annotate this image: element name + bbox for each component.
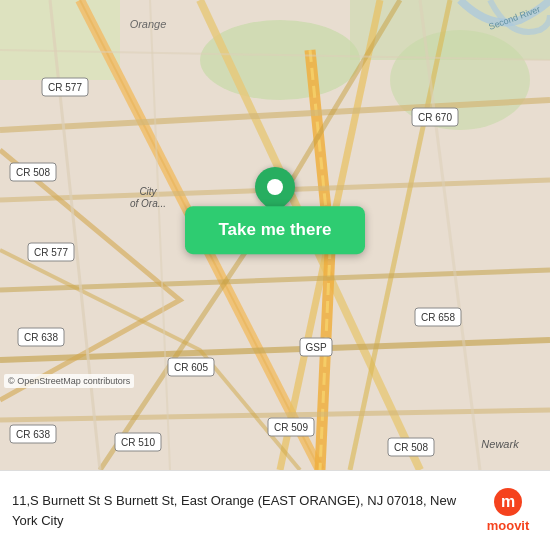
svg-text:of Ora...: of Ora...	[130, 198, 166, 209]
svg-text:CR 508: CR 508	[394, 442, 428, 453]
map-attribution: © OpenStreetMap contributors	[4, 374, 134, 388]
take-me-there-button[interactable]: Take me there	[185, 206, 365, 254]
moovit-logo: m moovit	[478, 488, 538, 533]
address-info: 11,S Burnett St S Burnett St, East Orang…	[12, 491, 478, 529]
svg-text:CR 605: CR 605	[174, 362, 208, 373]
location-pin	[255, 167, 295, 207]
svg-text:City: City	[139, 186, 157, 197]
map-container: CR 577 CR 508 CR 577 CR 638 CR 638 CR 51…	[0, 0, 550, 470]
moovit-brand-text: moovit	[487, 518, 530, 533]
svg-text:CR 638: CR 638	[16, 429, 50, 440]
svg-text:CR 658: CR 658	[421, 312, 455, 323]
svg-text:CR 510: CR 510	[121, 437, 155, 448]
svg-text:CR 509: CR 509	[274, 422, 308, 433]
svg-text:Orange: Orange	[130, 18, 167, 30]
svg-text:GSP: GSP	[305, 342, 326, 353]
address-text: 11,S Burnett St S Burnett St, East Orang…	[12, 493, 456, 527]
moovit-icon: m	[494, 488, 522, 516]
bottom-bar: 11,S Burnett St S Burnett St, East Orang…	[0, 470, 550, 550]
svg-text:CR 638: CR 638	[24, 332, 58, 343]
svg-text:Newark: Newark	[481, 438, 519, 450]
svg-text:CR 670: CR 670	[418, 112, 452, 123]
svg-text:CR 508: CR 508	[16, 167, 50, 178]
svg-text:CR 577: CR 577	[48, 82, 82, 93]
svg-text:CR 577: CR 577	[34, 247, 68, 258]
